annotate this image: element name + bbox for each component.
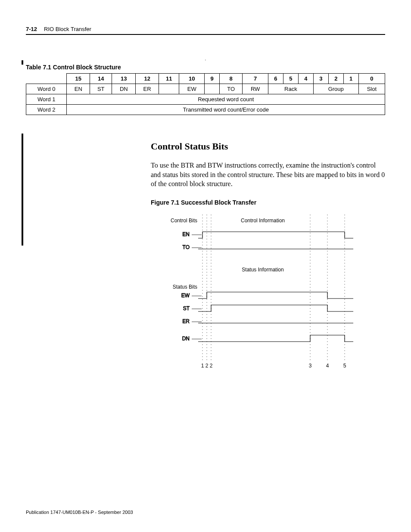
status-info-label: Status Information (242, 267, 283, 273)
table-row: Word 2Transmitted word count/Error code (26, 105, 385, 115)
bit-header: 4 (298, 74, 313, 84)
bit-header: 13 (112, 74, 136, 84)
row-cell: Group (313, 84, 358, 94)
bit-header: 11 (159, 74, 179, 84)
bit-header: 7 (243, 74, 268, 84)
en-label: EN (182, 231, 190, 237)
row-cell (205, 84, 220, 94)
tick-label: 3 (309, 363, 312, 369)
bit-header: 1 (343, 74, 358, 84)
table-row: Word 1Requested word count (26, 94, 385, 105)
row-cell: ST (90, 84, 112, 94)
row-cell: TO (220, 84, 243, 94)
section-paragraph: To use the BTR and BTW instructions corr… (151, 161, 385, 189)
row-cell (159, 84, 179, 94)
bit-header: 15 (67, 74, 90, 84)
bit-header: 2 (328, 74, 343, 84)
bit-header: 8 (220, 74, 243, 84)
row-cell: EN (67, 84, 90, 94)
bit-header: 5 (283, 74, 298, 84)
control-block-structure-table: 15 14 13 12 11 10 9 8 7 6 5 4 3 2 1 0 Wo… (26, 73, 385, 115)
page-section: RIO Block Transfer (44, 26, 91, 32)
row-full-cell: Requested word count (67, 94, 385, 105)
control-bits-label: Control Bits (171, 218, 197, 224)
bit-header: 3 (313, 74, 328, 84)
row-label: Word 1 (26, 94, 67, 105)
to-label: TO (183, 244, 190, 250)
row-label: Word 2 (26, 105, 67, 115)
row-label: Word 0 (26, 84, 67, 94)
stray-dot: . (26, 56, 385, 61)
ew-label: EW (181, 292, 190, 299)
row-cell: Slot (358, 84, 385, 94)
change-bar-large (22, 134, 23, 246)
row-cell: EW (179, 84, 205, 94)
status-bits-label: Status Bits (173, 284, 197, 290)
row-full-cell: Transmitted word count/Error code (67, 105, 385, 115)
table-header-row: 15 14 13 12 11 10 9 8 7 6 5 4 3 2 1 0 (26, 74, 385, 84)
control-info-label: Control Information (241, 218, 285, 224)
row-cell: Rack (268, 84, 313, 94)
table-caption: Table 7.1 Control Block Structure (26, 64, 385, 71)
change-bar-small (22, 60, 23, 65)
tick-label: 2 (210, 363, 213, 369)
table-row: Word 0ENSTDNEREWTORWRackGroupSlot (26, 84, 385, 94)
st-label: ST (183, 305, 190, 311)
bit-header: 10 (179, 74, 205, 84)
tick-label: 1 (201, 363, 204, 369)
bit-header: 6 (268, 74, 283, 84)
row-cell: DN (112, 84, 136, 94)
timing-diagram: Control Bits Control Information Status … (151, 215, 375, 371)
dn-label: DN (182, 336, 190, 342)
bit-header: 12 (136, 74, 159, 84)
page-header: 7-12 RIO Block Transfer (26, 26, 385, 35)
row-cell: ER (136, 84, 159, 94)
bit-header: 14 (90, 74, 112, 84)
bit-header: 9 (205, 74, 220, 84)
section-heading: Control Status Bits (151, 141, 385, 152)
page-number: 7-12 (26, 26, 37, 32)
tick-label: 2 (206, 363, 209, 369)
er-label: ER (182, 318, 190, 324)
tick-label: 5 (343, 363, 346, 369)
bit-header: 0 (358, 74, 385, 84)
row-cell: RW (243, 84, 268, 94)
tick-label: 4 (326, 363, 329, 369)
figure-caption: Figure 7.1 Successful Block Transfer (151, 199, 385, 206)
